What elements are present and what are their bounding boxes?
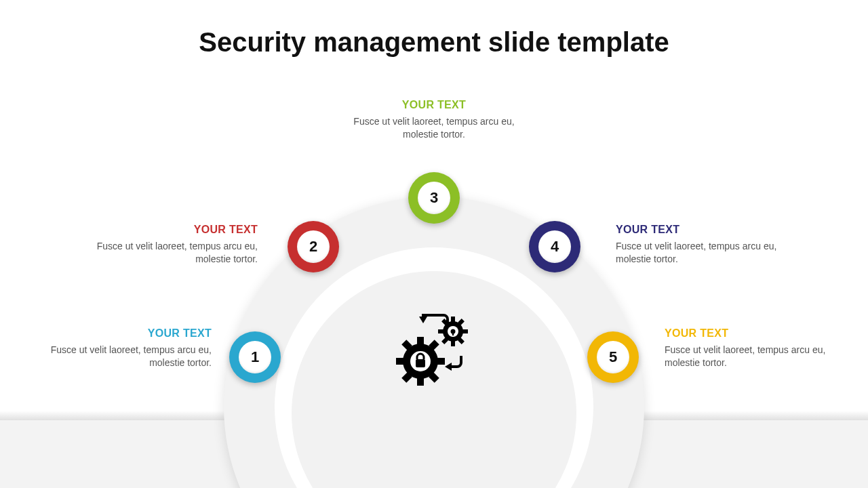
node-4-label: YOUR TEXT [616,224,778,236]
node-1-body: Fusce ut velit laoreet, tempus arcu eu, … [49,344,212,369]
node-3-body: Fusce ut velit laoreet, tempus arcu eu, … [353,115,515,141]
node-1-number: 1 [239,341,271,373]
node-4-text: YOUR TEXT Fusce ut velit laoreet, tempus… [616,224,778,266]
node-1-label: YOUR TEXT [49,327,212,340]
node-2: 2 [288,221,339,272]
node-2-body: Fusce ut velit laoreet, tempus arcu eu, … [95,240,258,266]
svg-rect-12 [451,317,455,322]
node-3-text: YOUR TEXT Fusce ut velit laoreet, tempus… [353,99,515,141]
node-2-number: 2 [297,230,330,263]
node-1: 1 [229,331,281,383]
node-3: 3 [408,172,460,224]
node-2-text: YOUR TEXT Fusce ut velit laoreet, tempus… [95,224,258,266]
node-4-body: Fusce ut velit laoreet, tempus arcu eu, … [616,240,778,266]
svg-rect-15 [462,329,468,333]
svg-rect-4 [437,358,445,365]
node-4-number: 4 [538,230,571,263]
svg-rect-2 [417,378,424,386]
svg-rect-14 [438,329,443,333]
svg-rect-1 [417,337,424,345]
svg-rect-10 [416,359,425,367]
node-5: 5 [587,331,639,383]
svg-rect-3 [396,358,404,365]
diagram-stage: 1 YOUR TEXT Fusce ut velit laoreet, temp… [0,0,868,488]
node-5-label: YOUR TEXT [665,327,827,340]
node-5-number: 5 [597,341,629,373]
node-5-text: YOUR TEXT Fusce ut velit laoreet, tempus… [665,327,827,369]
svg-marker-23 [419,317,427,323]
security-gears-lock-icon [391,308,477,395]
node-3-label: YOUR TEXT [353,99,515,111]
node-1-text: YOUR TEXT Fusce ut velit laoreet, tempus… [49,327,212,369]
svg-marker-24 [445,363,452,371]
node-2-label: YOUR TEXT [95,224,258,236]
svg-rect-13 [451,341,455,346]
svg-rect-22 [452,331,454,336]
node-5-body: Fusce ut velit laoreet, tempus arcu eu, … [665,344,827,369]
node-3-number: 3 [418,182,450,214]
node-4: 4 [529,221,580,272]
